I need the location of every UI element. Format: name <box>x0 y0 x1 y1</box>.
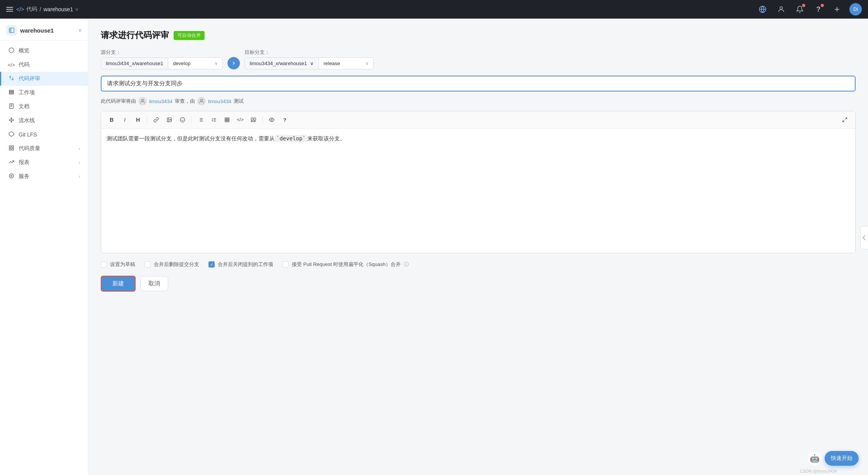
draft-checkbox[interactable] <box>101 261 107 268</box>
topbar-right: ? Di <box>756 3 862 16</box>
branch-arrow-btn[interactable] <box>227 57 240 69</box>
bell-btn[interactable] <box>794 3 806 16</box>
reviewer2-avatar <box>197 97 206 105</box>
sidebar-item-overview[interactable]: 概览 <box>0 44 88 58</box>
sidebar-nav: 概览 </> 代码 代码评审 工作项 <box>0 41 88 187</box>
workitem-label: 工作项 <box>19 89 80 96</box>
reviewer1-avatar <box>138 97 147 105</box>
toolbar-sep-3 <box>262 116 263 123</box>
editor-container: B I H <box>101 111 856 253</box>
float-btn-label: 快速开始 <box>831 455 852 462</box>
page-title: 请求进行代码评审 <box>101 29 169 41</box>
toolbar-heading[interactable]: H <box>132 114 144 125</box>
sidebar-item-report[interactable]: 报表 › <box>0 155 88 169</box>
reviewer-prefix: 此代码评审将由 <box>101 98 136 105</box>
svg-rect-17 <box>9 149 10 150</box>
question-btn[interactable]: ? <box>812 3 825 16</box>
svg-marker-14 <box>9 131 14 136</box>
submit-button[interactable]: 新建 <box>101 276 136 292</box>
toolbar-image[interactable] <box>164 114 175 125</box>
title-input[interactable] <box>101 76 856 92</box>
svg-point-22 <box>200 99 202 101</box>
sidebar-item-quality[interactable]: 代码质量 › <box>0 142 88 155</box>
service-icon <box>8 173 15 180</box>
question-icon: ? <box>816 5 821 14</box>
svg-rect-16 <box>12 146 13 147</box>
toolbar-ul[interactable] <box>195 114 207 125</box>
avatar[interactable]: Di <box>849 3 862 16</box>
translate-btn[interactable] <box>756 3 769 16</box>
toolbar-link[interactable] <box>150 114 162 125</box>
svg-point-10 <box>9 119 10 121</box>
svg-point-20 <box>9 174 13 178</box>
delete-branch-checkbox[interactable] <box>145 261 151 268</box>
code-icon: </> <box>16 6 24 12</box>
sidebar-repo-name: warehouse1 <box>20 27 75 34</box>
target-branch-select[interactable]: release ∨ <box>319 58 373 69</box>
toolbar-help[interactable]: ? <box>279 114 291 125</box>
reviewer-middle: 审查，由 <box>175 98 195 105</box>
gitlfs-label: Git LFS <box>19 131 80 138</box>
plus-btn[interactable] <box>831 3 843 16</box>
reviewer-info: 此代码评审将由 limou3434 审查，由 limou3434 测试 <box>101 97 856 105</box>
code-label: 代码 <box>19 61 80 68</box>
source-branch-selector[interactable]: limou3434_x/warehouse1 develop ∨ <box>101 57 223 69</box>
svg-rect-6 <box>9 90 13 92</box>
title-input-wrapper <box>101 76 856 92</box>
sidebar-repo-header[interactable]: warehouse1 ∨ <box>0 19 88 41</box>
source-branch-select[interactable]: develop ∨ <box>168 58 222 69</box>
sidebar-item-pipeline[interactable]: 流水线 <box>0 114 88 128</box>
target-branch-selector[interactable]: limou3434_x/warehouse1 ∨ release ∨ <box>245 57 374 69</box>
target-branch-group: 目标分支： limou3434_x/warehouse1 ∨ release ∨ <box>245 49 374 69</box>
breadcrumb-sep: / <box>40 6 41 12</box>
review-label: 代码评审 <box>19 75 80 82</box>
gitlfs-icon <box>8 131 15 138</box>
report-icon <box>8 159 15 166</box>
sidebar-item-gitlfs[interactable]: Git LFS <box>0 128 88 142</box>
toolbar-preview[interactable] <box>266 114 277 125</box>
sidebar-item-code[interactable]: </> 代码 <box>0 58 88 72</box>
toolbar-emoji[interactable] <box>177 114 188 125</box>
squash-help-icon[interactable]: ⓘ <box>404 261 409 268</box>
cancel-button[interactable]: 取消 <box>140 276 168 291</box>
toolbar-ol[interactable] <box>208 114 220 125</box>
report-label: 报表 <box>19 159 75 166</box>
right-collapse-btn[interactable] <box>860 226 868 249</box>
code-icon: </> <box>8 62 15 68</box>
breadcrumb-chevron[interactable]: ∨ <box>75 7 79 12</box>
sidebar-item-review[interactable]: 代码评审 <box>0 72 88 86</box>
menu-icon[interactable] <box>6 7 13 12</box>
float-btn[interactable]: 快速开始 <box>825 451 859 466</box>
toolbar-code[interactable]: </> <box>234 114 246 125</box>
editor-body[interactable]: 测试团队需要一段测试分支，但是此时测试分支没有任何改动，需要从`develop`… <box>101 129 855 253</box>
quality-chevron: › <box>79 146 80 151</box>
squash-checkbox[interactable] <box>282 261 289 268</box>
svg-point-11 <box>11 118 12 119</box>
toolbar-bold[interactable]: B <box>106 114 117 125</box>
bottom-options: 设置为草稿 合并后删除提交分支 合并后关闭提到的工作项 接受 Pull Requ… <box>101 261 856 268</box>
option-close-workitem: 合并后关闭提到的工作项 <box>208 261 273 268</box>
source-branch-name: develop <box>173 60 212 66</box>
auto-merge-badge: 可自动合并 <box>174 31 205 40</box>
sidebar-item-workitem[interactable]: 工作项 <box>0 86 88 100</box>
toolbar-sep-1 <box>147 116 147 123</box>
close-workitem-checkbox[interactable] <box>208 261 215 268</box>
toolbar-italic[interactable]: I <box>119 114 131 125</box>
docs-icon <box>8 103 15 110</box>
toolbar-table[interactable] <box>221 114 233 125</box>
service-chevron: › <box>79 174 80 179</box>
sidebar-item-service[interactable]: 服务 › <box>0 169 88 183</box>
editor-content: 测试团队需要一段测试分支，但是此时测试分支没有任何改动，需要从`develop`… <box>107 135 345 142</box>
breadcrumb-repo: warehouse1 <box>43 6 73 12</box>
sidebar-item-docs[interactable]: 文档 <box>0 100 88 114</box>
svg-point-25 <box>180 117 185 122</box>
svg-point-24 <box>168 119 169 119</box>
review-icon <box>8 75 15 82</box>
svg-rect-18 <box>12 149 13 150</box>
profile-btn[interactable] <box>775 3 787 16</box>
main-content: 请求进行代码评审 可自动合并 源分支： limou3434_x/warehous… <box>88 19 868 475</box>
toolbar-quote[interactable] <box>248 114 259 125</box>
toolbar-expand[interactable] <box>839 114 851 125</box>
breadcrumb: </> 代码 / warehouse1 ∨ <box>16 6 79 13</box>
breadcrumb-code-link[interactable]: 代码 <box>26 6 37 13</box>
